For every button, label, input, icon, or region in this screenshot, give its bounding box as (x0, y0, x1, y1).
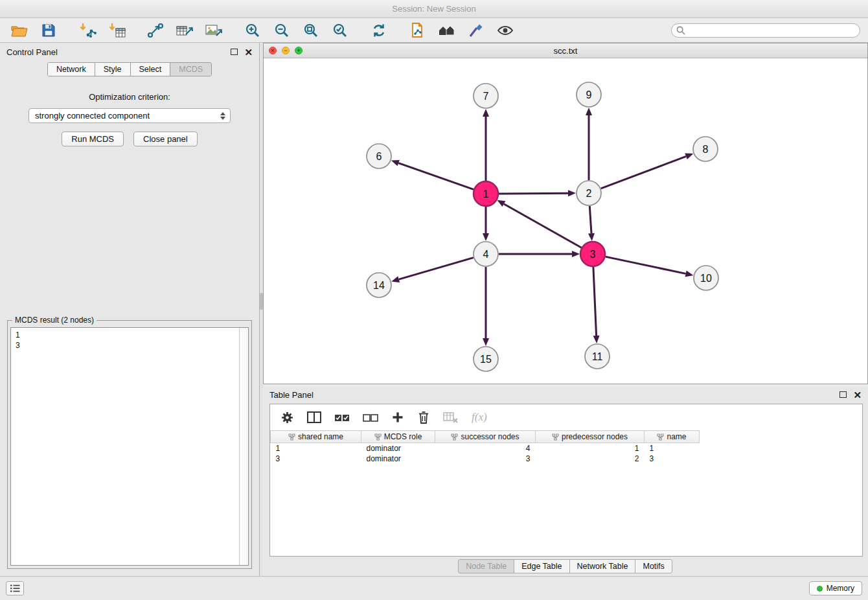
overview-home-button[interactable] (435, 21, 459, 40)
tab-network-table[interactable]: Network Table (569, 559, 636, 573)
mcds-result-box: MCDS result (2 nodes) 1 3 (7, 320, 252, 569)
status-bar: Memory (0, 576, 868, 600)
column-header-shared-name[interactable]: shared name (271, 431, 361, 443)
control-panel-tabs: Network Style Select MCDS (0, 62, 259, 76)
zoom-in-icon (245, 23, 260, 38)
criterion-dropdown-value: strongly connected component (35, 111, 150, 121)
cell-predecessor-nodes[interactable]: 2 (536, 454, 645, 464)
refresh-view-button[interactable] (367, 21, 391, 40)
result-scrollbar[interactable] (239, 328, 248, 565)
apply-layout-button[interactable] (144, 21, 167, 40)
tab-edge-table[interactable]: Edge Table (514, 559, 569, 573)
close-panel-button[interactable]: ✕ (244, 47, 253, 57)
network-table-icon (176, 23, 193, 38)
search-input[interactable] (671, 23, 860, 38)
list-icon (10, 584, 20, 593)
graph-edge-2-3[interactable] (589, 206, 591, 233)
add-column-button[interactable] (391, 411, 404, 424)
deselect-all-button[interactable] (363, 412, 378, 422)
clone-network-button[interactable] (406, 21, 429, 40)
graph-node-label-7: 7 (483, 91, 489, 102)
trash-icon (417, 410, 430, 424)
session-group (8, 21, 60, 40)
float-table-panel-button[interactable] (839, 391, 847, 398)
graph-node-label-3: 3 (590, 249, 596, 260)
column-type-icon (374, 433, 382, 441)
cell-name[interactable]: 3 (645, 454, 700, 464)
window-close-button[interactable]: × (269, 47, 277, 54)
cell-successor-nodes[interactable]: 3 (435, 454, 536, 464)
tab-style[interactable]: Style (95, 63, 131, 76)
open-session-button[interactable] (8, 21, 31, 40)
cell-mcds-role[interactable]: dominator (361, 443, 435, 454)
image-export-icon (205, 23, 222, 38)
cell-name[interactable]: 1 (645, 443, 700, 454)
table-row[interactable]: 1 dominator 4 1 1 (271, 443, 700, 454)
import-network-button[interactable] (76, 21, 99, 40)
column-header-predecessor-nodes[interactable]: predecessor nodes (536, 431, 645, 443)
table-settings-button[interactable] (280, 411, 294, 424)
tab-motifs[interactable]: Motifs (635, 559, 672, 573)
float-panel-button[interactable] (231, 49, 238, 55)
show-columns-button[interactable] (307, 411, 321, 424)
cell-successor-nodes[interactable]: 4 (435, 443, 536, 454)
criterion-dropdown[interactable]: strongly connected component (29, 108, 231, 123)
graph-node-label-14: 14 (373, 280, 385, 291)
style-filter-button[interactable] (464, 21, 488, 40)
graph-edge-4-14[interactable] (399, 258, 474, 280)
layout-arrows-icon (147, 23, 164, 38)
columns-icon (307, 411, 321, 424)
zoom-out-button[interactable] (270, 21, 293, 40)
cell-mcds-role[interactable]: dominator (361, 454, 435, 464)
show-hide-graphics-button[interactable] (494, 21, 517, 40)
run-mcds-button[interactable]: Run MCDS (62, 132, 124, 146)
network-canvas[interactable]: 7968124314101511 (264, 58, 867, 384)
delete-column-button[interactable] (417, 410, 430, 424)
table-panel-title: Table Panel (269, 390, 314, 400)
graph-node-label-9: 9 (586, 89, 592, 100)
tab-network[interactable]: Network (48, 63, 95, 76)
graph-edge-3-11[interactable] (593, 267, 597, 336)
memory-button[interactable]: Memory (809, 581, 862, 595)
cell-shared-name[interactable]: 3 (271, 454, 361, 464)
delete-table-icon (443, 411, 459, 424)
import-network-icon (79, 23, 97, 38)
delete-table-button[interactable] (443, 411, 459, 424)
table-row[interactable]: 3 dominator 3 2 3 (271, 454, 700, 464)
graph-edge-3-1[interactable] (504, 204, 582, 248)
cell-shared-name[interactable]: 1 (271, 443, 361, 454)
network-window-title: scc.txt (554, 46, 578, 56)
column-header-successor-nodes[interactable]: successor nodes (435, 431, 536, 443)
graph-edge-3-10[interactable] (606, 257, 686, 273)
network-graph: 7968124314101511 (264, 58, 867, 384)
graph-edge-2-8[interactable] (601, 156, 686, 189)
graph-node-label-2: 2 (586, 188, 592, 199)
tab-node-table[interactable]: Node Table (458, 559, 514, 573)
close-panel-action-button[interactable]: Close panel (133, 132, 198, 146)
graph-edge-1-6[interactable] (398, 163, 474, 190)
function-builder-button[interactable]: f(x) (472, 411, 487, 424)
zoom-fit-button[interactable] (299, 21, 323, 40)
select-all-button[interactable] (334, 412, 350, 422)
graph-node-label-10: 10 (700, 273, 712, 284)
memory-status-icon (817, 586, 823, 592)
import-table-button[interactable] (105, 21, 128, 40)
network-window-titlebar[interactable]: × − + scc.txt (264, 43, 867, 58)
export-network-button[interactable] (173, 21, 196, 40)
graph-node-label-4: 4 (483, 249, 489, 260)
zoom-selected-button[interactable] (328, 21, 352, 40)
window-minimize-button[interactable]: − (282, 47, 290, 54)
graph-edge-1-2[interactable] (499, 193, 568, 194)
cell-predecessor-nodes[interactable]: 1 (536, 443, 645, 454)
close-table-panel-button[interactable]: ✕ (853, 390, 862, 400)
mcds-result-line: 1 (16, 330, 234, 340)
export-image-button[interactable] (202, 21, 225, 40)
window-zoom-button[interactable]: + (295, 47, 303, 54)
show-panels-button[interactable] (6, 581, 24, 595)
column-header-name[interactable]: name (645, 431, 700, 443)
save-session-button[interactable] (37, 21, 60, 40)
zoom-in-button[interactable] (241, 21, 264, 40)
column-header-mcds-role[interactable]: MCDS role (361, 431, 435, 443)
tab-mcds[interactable]: MCDS (170, 63, 211, 76)
tab-select[interactable]: Select (131, 63, 171, 76)
